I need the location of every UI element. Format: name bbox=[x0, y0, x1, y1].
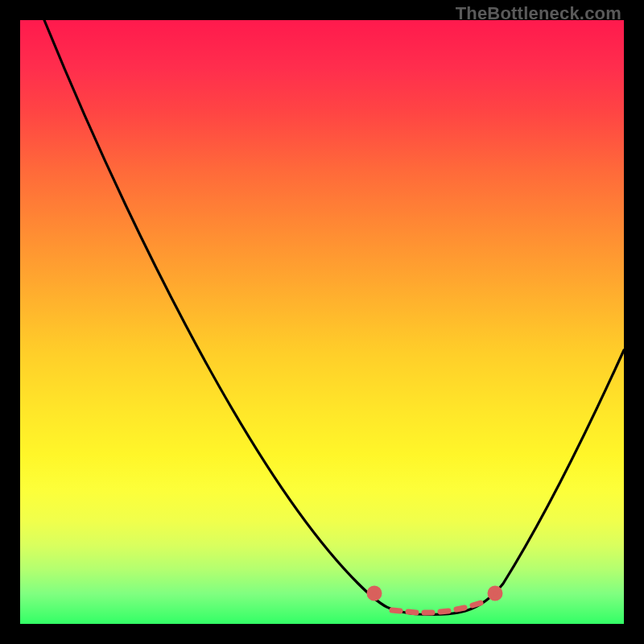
watermark-text: TheBottleneck.com bbox=[456, 3, 621, 24]
svg-line-2 bbox=[408, 612, 416, 613]
svg-line-6 bbox=[473, 603, 481, 605]
svg-line-4 bbox=[440, 611, 448, 612]
svg-line-5 bbox=[456, 608, 464, 609]
svg-point-0 bbox=[369, 588, 379, 598]
svg-point-7 bbox=[490, 588, 500, 598]
curve-layer bbox=[20, 20, 624, 624]
bottleneck-curve bbox=[44, 20, 624, 615]
svg-line-1 bbox=[392, 610, 400, 611]
chart-container: TheBottleneck.com bbox=[0, 0, 644, 644]
